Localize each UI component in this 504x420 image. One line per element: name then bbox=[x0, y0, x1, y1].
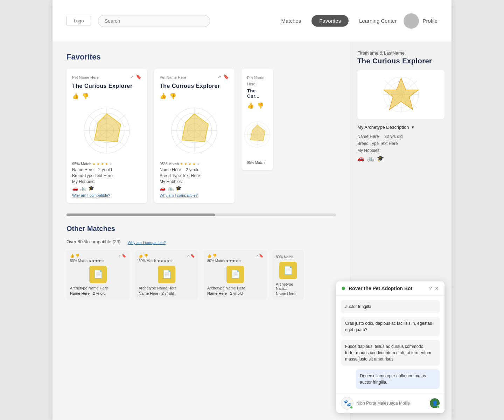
radar-chart-1 bbox=[72, 102, 141, 158]
hobby-car-2: 🚗 bbox=[160, 186, 166, 191]
share-icon-2[interactable]: ↗ bbox=[217, 74, 221, 79]
small-match-4: 80% Match bbox=[276, 255, 300, 259]
pet-name-label-3: Pet Name Here bbox=[247, 76, 264, 86]
profile-area[interactable]: Profile bbox=[404, 13, 438, 29]
panel-radar bbox=[357, 70, 444, 119]
thumbs-up-2[interactable]: 👍 bbox=[160, 93, 167, 99]
why-compatible-1[interactable]: Why am I compatible? bbox=[72, 193, 141, 197]
hobby-car-1: 🚗 bbox=[72, 186, 78, 191]
compat-label: Over 80 % compatible (23) bbox=[66, 239, 121, 244]
match-pct-1: 95% Match ★★★★★ bbox=[72, 162, 141, 166]
panel-breed: Breed Type Text Here bbox=[357, 141, 444, 146]
panel-hobbies-label: My Hobbies: bbox=[357, 148, 444, 153]
panel-archetype-name: The Curious Explorer bbox=[357, 57, 444, 65]
card-breed-1: Breed Type Text Here bbox=[72, 173, 141, 178]
other-matches-header: Other Matches bbox=[66, 225, 336, 233]
thumbs-down-1[interactable]: 👎 bbox=[82, 93, 89, 99]
chat-input[interactable] bbox=[356, 401, 427, 406]
bot-online-dot bbox=[342, 287, 345, 290]
thumbs-up-3[interactable]: 👍 bbox=[247, 102, 254, 109]
small-card-actions-3: ↗ 🔖 bbox=[255, 254, 263, 258]
avatar bbox=[404, 13, 419, 29]
user-online-dot bbox=[437, 405, 440, 408]
hobby-bike-1: 🚲 bbox=[80, 186, 86, 191]
small-card-4: 80% Match 📄 Archetype Nam... Name Here bbox=[272, 250, 304, 299]
bot-help-button[interactable]: ? bbox=[429, 286, 432, 291]
chat-message-1: auctor fringilla. bbox=[341, 300, 440, 313]
chat-message-4: Donec ullamcorper nulla non metus auctor… bbox=[356, 369, 440, 389]
pet-name-label-1: Pet Name Here bbox=[72, 75, 99, 79]
compat-row: Over 80 % compatible (23) Why am I compa… bbox=[66, 238, 336, 245]
bot-avatar-dot bbox=[350, 406, 353, 409]
pet-card-2: Pet Name Here ↗ 🔖 The Curious Explorer 👍… bbox=[154, 69, 234, 203]
small-archetype-name-4: Archetype Nam... bbox=[276, 282, 300, 290]
small-card-thumbs-2: 👍 👎 bbox=[139, 254, 148, 258]
small-card-2: 👍 👎 ↗ 🔖 80% Match ★★★★☆ 📄 Archetype Name… bbox=[135, 250, 198, 299]
panel-hobby-grad: 🎓 bbox=[377, 155, 384, 162]
bot-close-button[interactable]: ✕ bbox=[435, 286, 439, 291]
hobby-bike-2: 🚲 bbox=[168, 186, 174, 191]
why-compatible-2[interactable]: Why am I compatible? bbox=[160, 193, 229, 197]
bot-avatar: 🐾 bbox=[341, 397, 354, 410]
progress-bar[interactable] bbox=[66, 214, 336, 216]
small-card-actions-2: ↗ 🔖 bbox=[187, 254, 195, 258]
favorite-card-3: Pet Name Here The Cur... 👍 👎 bbox=[241, 69, 273, 203]
small-match-3: 80% Match ★★★★☆ bbox=[207, 259, 263, 263]
favorites-title: Favorites bbox=[66, 52, 336, 62]
panel-hobby-car: 🚗 bbox=[357, 155, 364, 162]
radar-chart-2 bbox=[160, 102, 229, 158]
small-card-actions-1: ↗ 🔖 bbox=[118, 254, 126, 258]
small-name-1: Name Here 2 yr old bbox=[70, 291, 126, 295]
thumbs-up-1[interactable]: 👍 bbox=[72, 93, 79, 99]
thumbs-down-2[interactable]: 👎 bbox=[169, 93, 176, 99]
chatbot-header: Rover the Pet Adoption Bot ? ✕ bbox=[336, 281, 444, 296]
small-archetype-icon-3: 📄 bbox=[226, 266, 244, 283]
favorites-grid: Pet Name Here ↗ 🔖 The Curious Explorer 👍… bbox=[66, 69, 336, 203]
panel-hobby-bike: 🚲 bbox=[367, 155, 374, 162]
nav-learning-center[interactable]: Learning Center bbox=[359, 18, 397, 24]
nav: Matches Favorites Learning Center bbox=[281, 15, 397, 27]
panel-archetype-desc[interactable]: My Archetype Description ▾ bbox=[357, 125, 444, 130]
small-card-thumbs-3: 👍 👎 bbox=[207, 254, 217, 258]
small-archetype-name-2: Archetype Name Here bbox=[139, 286, 195, 290]
chevron-down-icon: ▾ bbox=[412, 125, 414, 130]
small-name-2: Name Here 2 yr old bbox=[139, 291, 195, 295]
chat-input-row: 🐾 👤 bbox=[336, 393, 444, 413]
panel-name: Name Here bbox=[357, 134, 379, 139]
small-archetype-icon-1: 📄 bbox=[89, 266, 107, 283]
small-archetype-icon-4: 📄 bbox=[279, 262, 297, 279]
card-breed-2: Breed Type Text Here bbox=[160, 173, 229, 178]
thumb-row-2: 👍 👎 bbox=[160, 93, 229, 99]
small-card-3: 👍 👎 ↗ 🔖 80% Match ★★★★☆ 📄 Archetype Name… bbox=[204, 250, 267, 299]
small-name-3: Name Here 2 yr old bbox=[207, 291, 263, 295]
header: Logo Matches Favorites Learning Center P… bbox=[52, 0, 451, 42]
search-input[interactable] bbox=[98, 15, 210, 27]
other-why-compatible[interactable]: Why am I compatible? bbox=[128, 240, 166, 245]
nav-matches[interactable]: Matches bbox=[281, 18, 301, 24]
chat-message-2: Cras justo odio, dapibus ac facilisis in… bbox=[341, 317, 440, 336]
card-hobbies-2: 🚗 🚲 🎓 bbox=[160, 186, 229, 191]
svg-marker-8 bbox=[94, 114, 121, 142]
pet-card-1: Pet Name Here ↗ 🔖 The Curious Explorer 👍… bbox=[66, 69, 147, 203]
small-archetype-name-1: Archetype Name Here bbox=[70, 286, 126, 290]
chat-message-3: Fusce dapibus, tellus ac cursus commodo,… bbox=[341, 340, 440, 366]
card-hobbies-label-2: My Hobbies: bbox=[160, 179, 229, 184]
profile-label: Profile bbox=[422, 18, 438, 24]
bookmark-icon-1[interactable]: 🔖 bbox=[136, 74, 141, 79]
progress-bar-fill bbox=[66, 214, 215, 216]
archetype-title-1: The Curious Explorer bbox=[72, 83, 141, 89]
small-card-1: 👍 👎 ↗ 🔖 80% Match ★★★★☆ 📄 Archetype Name… bbox=[66, 250, 130, 299]
chatbot: Rover the Pet Adoption Bot ? ✕ auctor fr… bbox=[336, 281, 444, 413]
nav-favorites[interactable]: Favorites bbox=[312, 15, 349, 27]
card-actions-2: ↗ 🔖 bbox=[217, 74, 229, 79]
bookmark-icon-2[interactable]: 🔖 bbox=[223, 74, 229, 79]
small-match-2: 80% Match ★★★★☆ bbox=[139, 259, 195, 263]
content-area: Favorites Pet Name Here ↗ 🔖 The Curious bbox=[52, 42, 350, 420]
share-icon-1[interactable]: ↗ bbox=[130, 74, 134, 79]
thumbs-down-3[interactable]: 👎 bbox=[257, 102, 264, 109]
svg-marker-17 bbox=[182, 114, 208, 142]
match-pct-3: 95% Match bbox=[247, 161, 267, 164]
small-match-1: 80% Match ★★★★☆ bbox=[70, 259, 126, 263]
archetype-title-2: The Curious Explorer bbox=[160, 83, 229, 89]
hobby-grad-2: 🎓 bbox=[176, 186, 182, 191]
